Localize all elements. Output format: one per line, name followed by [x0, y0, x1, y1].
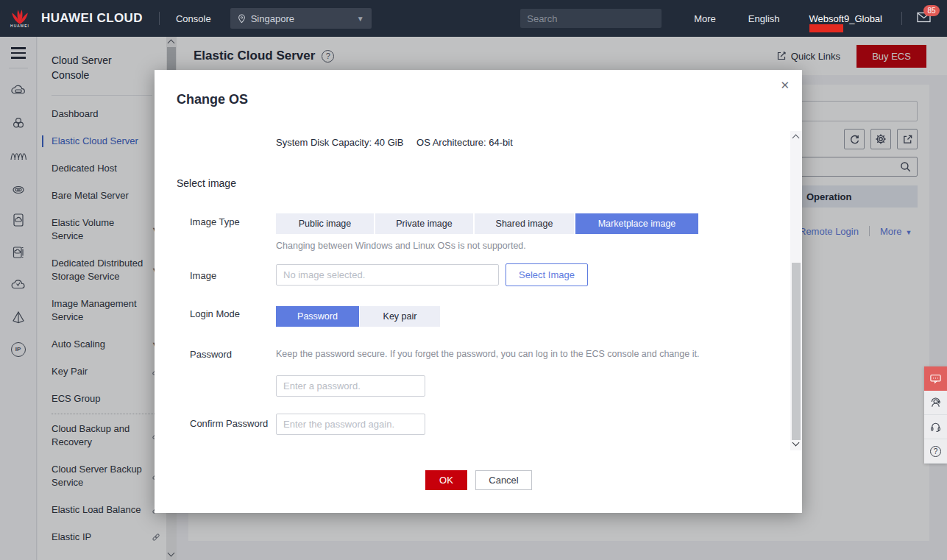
region-selector[interactable]: Singapore ▼ [230, 8, 372, 29]
huawei-logo-icon [10, 9, 29, 25]
image-type-private-button[interactable]: Private image [375, 213, 473, 234]
login-mode-password-button[interactable]: Password [276, 306, 359, 327]
scroll-down-arrow-icon[interactable] [792, 439, 800, 447]
login-mode-keypair-button[interactable]: Key pair [360, 306, 440, 327]
huawei-logo-text: HUAWEI [10, 24, 29, 28]
feedback-icon [929, 373, 942, 385]
os-architecture: OS Architecture: 64-bit [416, 137, 513, 148]
password-label: Password [190, 349, 232, 360]
support-agent-icon [929, 397, 942, 408]
help-icon: ? [930, 446, 941, 457]
region-value: Singapore [251, 13, 294, 24]
global-search[interactable] [520, 9, 662, 28]
cancel-button[interactable]: Cancel [475, 470, 532, 490]
login-mode-selector: Password Key pair [276, 306, 440, 327]
ok-button[interactable]: OK [425, 470, 467, 490]
feedback-button[interactable] [924, 366, 947, 391]
headset-button[interactable] [924, 415, 947, 439]
console-link[interactable]: Console [176, 13, 211, 24]
password-hint: Keep the password secure. If you forget … [276, 349, 699, 359]
image-type-label: Image Type [190, 216, 240, 227]
divider [901, 12, 902, 25]
close-icon[interactable]: ✕ [780, 79, 790, 91]
password-input[interactable] [276, 375, 425, 397]
image-input[interactable] [276, 264, 499, 286]
divider [159, 12, 160, 25]
floating-toolbar: ? [924, 366, 947, 464]
scroll-up-arrow-icon[interactable] [792, 135, 800, 142]
language-selector[interactable]: English [748, 13, 780, 24]
username: Websoft9_Global [809, 13, 883, 24]
redacted-account-id [809, 24, 843, 32]
help-float-button[interactable]: ? [924, 439, 947, 464]
change-os-modal: ✕ Change OS System Disk Capacity: 40 GiB… [155, 70, 802, 513]
huawei-logo[interactable]: HUAWEI [7, 9, 32, 28]
brand-title: HUAWEI CLOUD [41, 11, 143, 26]
select-image-section-label: Select image [177, 177, 236, 189]
image-type-marketplace-button[interactable]: Marketplace image [575, 213, 698, 234]
headset-icon [929, 421, 942, 433]
location-pin-icon [238, 14, 246, 24]
disk-info: System Disk Capacity: 40 GiB OS Architec… [276, 137, 513, 148]
message-count-badge: 85 [923, 5, 940, 16]
image-type-public-button[interactable]: Public image [276, 213, 374, 234]
image-label: Image [190, 270, 216, 281]
more-menu[interactable]: More [694, 13, 716, 24]
global-search-input[interactable] [527, 13, 656, 24]
select-image-button[interactable]: Select Image [506, 263, 588, 286]
image-type-shared-button[interactable]: Shared image [475, 213, 574, 234]
modal-title: Change OS [177, 92, 248, 107]
os-change-note: Changing between Windows and Linux OSs i… [276, 241, 526, 251]
top-bar: HUAWEI HUAWEI CLOUD Console Singapore ▼ … [0, 0, 947, 37]
login-mode-label: Login Mode [190, 308, 240, 319]
confirm-password-label: Confirm Password [190, 418, 268, 429]
chevron-down-icon: ▼ [357, 15, 364, 23]
support-agent-button[interactable] [924, 391, 947, 415]
messages-button[interactable]: 85 [917, 12, 931, 26]
image-type-selector: Public image Private image Shared image … [276, 213, 698, 234]
confirm-password-input[interactable] [276, 414, 425, 435]
account-menu[interactable]: Websoft9_Global [809, 12, 883, 25]
scrollbar-thumb[interactable] [792, 263, 801, 440]
system-disk-capacity: System Disk Capacity: 40 GiB [276, 137, 403, 148]
modal-scrollbar[interactable] [790, 131, 802, 450]
